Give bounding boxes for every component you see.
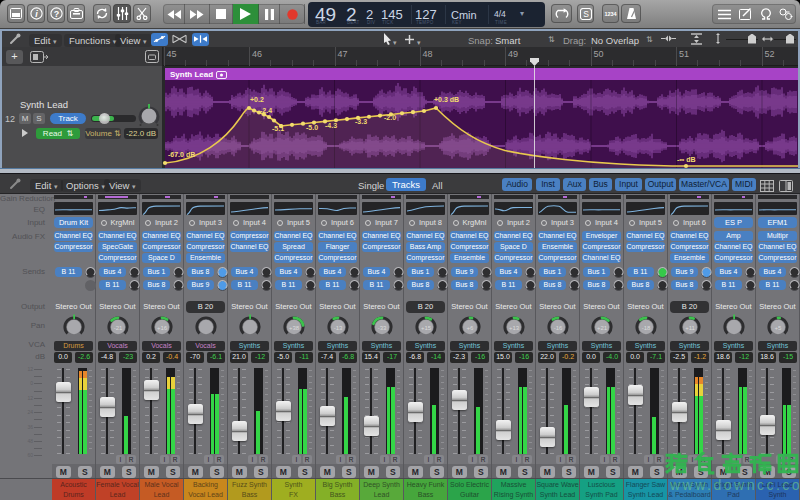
svg-text:+5: +5 [774, 325, 782, 331]
svg-text:+16: +16 [156, 325, 167, 331]
svg-text:+11: +11 [685, 325, 695, 331]
svg-text:+13: +13 [508, 325, 519, 331]
svg-text:-13: -13 [333, 325, 342, 331]
svg-text:+6: +6 [466, 325, 474, 331]
svg-text:-21: -21 [113, 325, 122, 331]
svg-text:-18: -18 [641, 325, 650, 331]
svg-text:+15: +15 [420, 325, 431, 331]
svg-text:-16: -16 [553, 325, 562, 331]
svg-text:+38: +38 [288, 325, 299, 331]
svg-text:-33: -33 [377, 325, 386, 331]
svg-text:+21: +21 [596, 325, 607, 331]
